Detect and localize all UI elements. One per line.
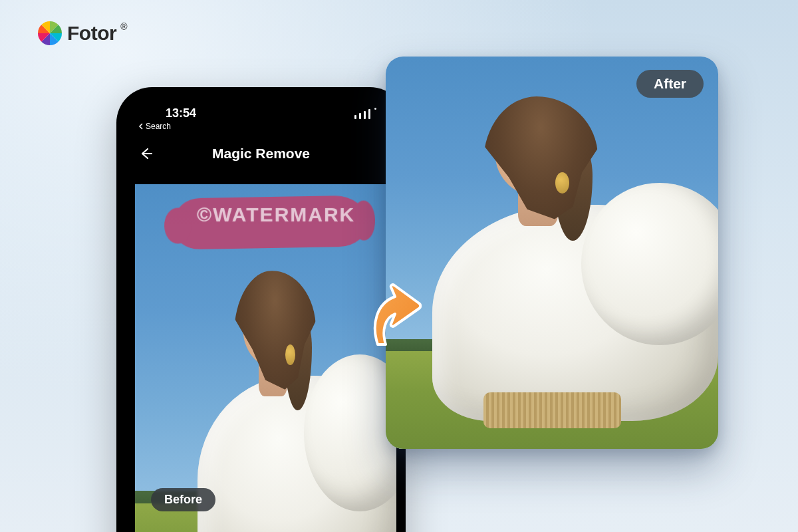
signal-icon (354, 109, 376, 120)
phone-mockup: 13:54 Search Magic Remove (116, 87, 406, 532)
after-panel: After (386, 57, 718, 449)
phone-screen: 13:54 Search Magic Remove (126, 96, 396, 532)
nav-title: Magic Remove (212, 146, 310, 162)
brush-selection (174, 196, 368, 250)
breadcrumb-back[interactable]: Search (126, 120, 396, 136)
after-badge: After (636, 70, 704, 98)
before-badge: Before (151, 488, 215, 511)
arrow-left-icon (138, 146, 153, 161)
brand-logo: Fotor ® (37, 20, 127, 47)
before-photo: ©WATERMARK (135, 184, 396, 532)
fotor-pinwheel-icon (37, 20, 63, 47)
back-button[interactable] (138, 146, 154, 162)
nav-bar: Magic Remove (126, 136, 396, 171)
caret-left-icon (138, 123, 144, 130)
status-bar: 13:54 (126, 96, 396, 120)
brand-name: Fotor (67, 22, 116, 45)
brand-registered: ® (120, 21, 127, 32)
status-time: 13:54 (166, 106, 196, 120)
editor-canvas[interactable]: ©WATERMARK Before (135, 184, 396, 532)
breadcrumb-back-label: Search (146, 122, 171, 131)
after-photo (386, 57, 718, 449)
